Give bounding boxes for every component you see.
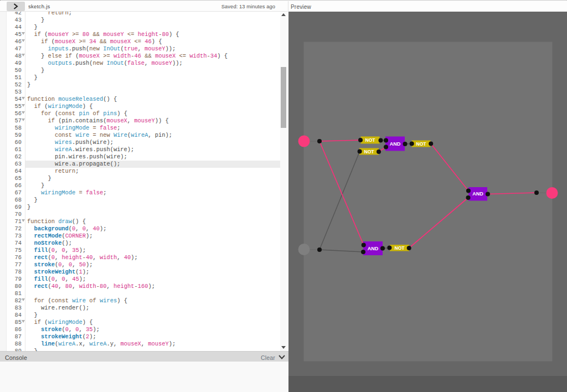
svg-text:NOT: NOT [416, 141, 427, 147]
svg-text:AND: AND [472, 191, 483, 197]
svg-text:NOT: NOT [395, 245, 405, 251]
svg-text:AND: AND [390, 141, 401, 147]
svg-text:NOT: NOT [365, 137, 376, 143]
svg-text:AND: AND [368, 246, 379, 251]
svg-text:NOT: NOT [364, 149, 375, 154]
